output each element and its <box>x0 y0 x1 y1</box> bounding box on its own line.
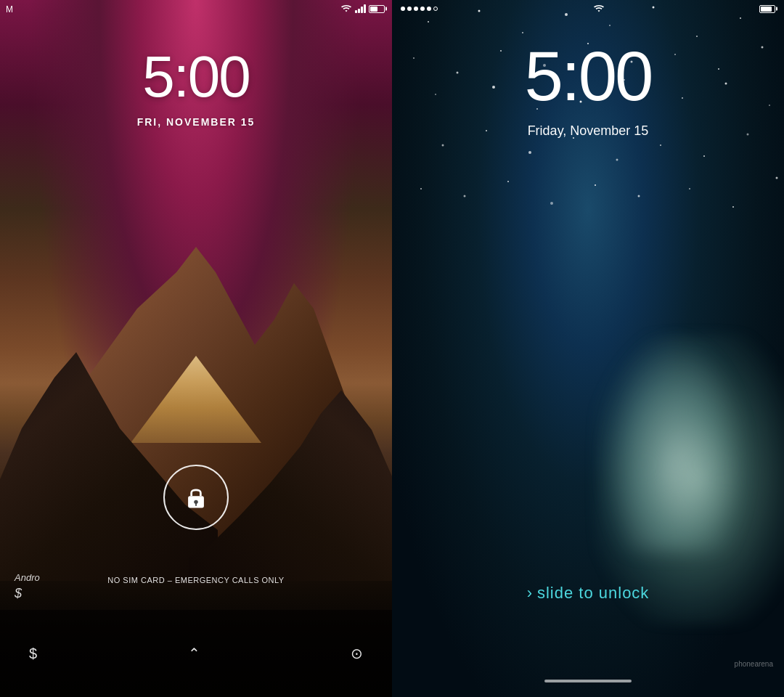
gmail-icon: M <box>6 4 13 15</box>
svg-point-3 <box>428 21 429 23</box>
svg-point-42 <box>689 188 690 189</box>
android-panel: M 5:00 FRI, NOVEMBER 15 <box>0 0 392 697</box>
dot-2 <box>407 7 412 11</box>
svg-point-5 <box>522 32 523 33</box>
wifi-icon <box>340 4 352 13</box>
svg-point-7 <box>609 25 611 26</box>
ios-battery-icon <box>759 5 775 13</box>
watermark-line2: $ <box>15 586 22 600</box>
ios-wifi-icon <box>593 4 605 13</box>
ios-date: Friday, November 15 <box>392 123 784 139</box>
svg-point-41 <box>638 195 640 197</box>
svg-point-10 <box>740 17 741 19</box>
lock-icon <box>181 483 211 512</box>
ios-status-bar <box>392 0 784 17</box>
android-bottom-bar: $ ⌃ ⊙ <box>0 610 392 697</box>
ios-carrier <box>593 4 605 13</box>
svg-point-32 <box>616 159 618 161</box>
slide-to-unlock[interactable]: ›slide to unlock <box>392 584 784 603</box>
svg-point-43 <box>732 206 734 208</box>
dot-6 <box>433 7 438 11</box>
status-icons <box>340 4 385 13</box>
dot-3 <box>414 7 418 11</box>
svg-point-37 <box>464 195 466 197</box>
android-home-icon[interactable]: ⌃ <box>188 645 200 662</box>
svg-point-44 <box>776 177 778 179</box>
ios-home-indicator[interactable] <box>544 680 632 682</box>
nebula-cloud-2 <box>603 334 748 552</box>
battery-icon <box>369 5 385 13</box>
slide-label: slide to unlock <box>537 584 649 602</box>
watermark-line1: Andro <box>15 572 40 583</box>
android-camera-icon[interactable]: ⊙ <box>351 645 363 662</box>
svg-point-33 <box>660 144 661 146</box>
dot-1 <box>401 7 405 11</box>
lock-button[interactable] <box>163 465 229 530</box>
svg-rect-2 <box>195 502 197 506</box>
svg-point-38 <box>507 181 509 182</box>
dot-5 <box>427 7 431 11</box>
android-watermark: Andro $ <box>15 571 40 603</box>
chevron-icon: › <box>527 584 533 603</box>
svg-point-40 <box>595 184 596 186</box>
phonearena-watermark: phonearena <box>735 660 773 668</box>
dot-4 <box>420 7 425 11</box>
ios-signal-dots <box>401 7 438 11</box>
svg-point-30 <box>528 151 531 154</box>
android-time: 5:00 <box>0 44 392 110</box>
no-sim-text: NO SIM CARD – EMERGENCY CALLS ONLY <box>0 576 392 584</box>
ios-panel: 5:00 Friday, November 15 ›slide to unloc… <box>392 0 784 697</box>
signal-bars <box>355 4 366 13</box>
svg-point-36 <box>420 188 422 189</box>
ios-battery <box>759 5 775 13</box>
android-bottom-left-icon[interactable]: $ <box>29 645 37 662</box>
svg-point-28 <box>442 144 444 147</box>
android-status-bar: M <box>0 0 392 17</box>
svg-point-34 <box>703 155 705 157</box>
svg-point-39 <box>550 202 553 205</box>
android-date: FRI, NOVEMBER 15 <box>0 116 392 128</box>
ios-time: 5:00 <box>392 36 784 116</box>
